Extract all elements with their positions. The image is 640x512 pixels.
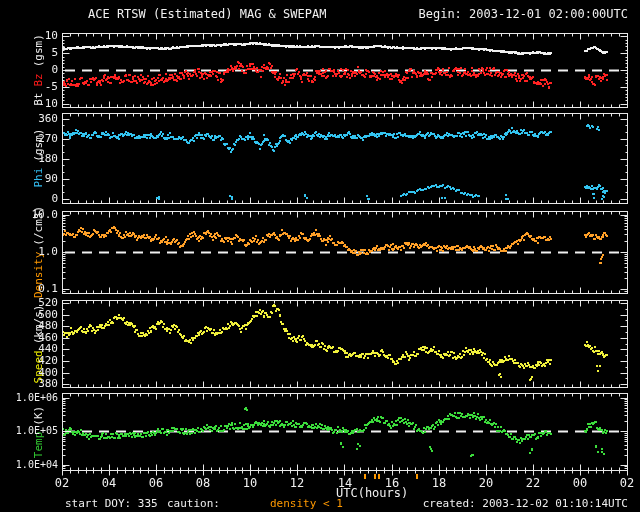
y-tick-label: 1.0E+05 [0, 425, 58, 437]
x-tick-label: 12 [282, 477, 312, 490]
begin-timestamp: Begin: 2003-12-01 02:00:00UTC [418, 7, 628, 21]
y-axis-label-part: (K) [32, 405, 45, 425]
y-tick-label: 0 [0, 193, 58, 205]
y-tick-label: 10 [0, 30, 58, 42]
x-tick-label: 18 [424, 477, 454, 490]
x-tick-label: 00 [565, 477, 595, 490]
page-title: ACE RTSW (Estimated) MAG & SWEPAM [88, 7, 326, 21]
x-tick-label: 02 [47, 477, 77, 490]
ace-rtsw-plot-window: ACE RTSW (Estimated) MAG & SWEPAM Begin:… [0, 0, 640, 512]
y-tick-label: 1.0 [0, 246, 58, 258]
plot-canvas [0, 0, 640, 512]
y-tick-label: 180 [0, 153, 58, 165]
x-tick-label: 08 [188, 477, 218, 490]
x-tick-label: 04 [94, 477, 124, 490]
footer-caution-label: caution: [167, 498, 220, 510]
x-tick-label: 14 [330, 477, 360, 490]
y-tick-label: 0.1 [0, 283, 58, 295]
footer-caution-value: density < 1 [270, 498, 343, 510]
x-tick-label: 10 [235, 477, 265, 490]
y-tick-label: 270 [0, 133, 58, 145]
x-tick-label: 22 [518, 477, 548, 490]
y-tick-label: 5 [0, 47, 58, 59]
footer-start-doy: start DOY: 335 [65, 498, 158, 510]
x-tick-label: 20 [471, 477, 501, 490]
y-tick-label: -10 [0, 98, 58, 110]
x-tick-label: 06 [141, 477, 171, 490]
x-tick-label: 16 [377, 477, 407, 490]
y-tick-label: 0 [0, 64, 58, 76]
y-tick-label: 10.0 [0, 209, 58, 221]
y-tick-label: 90 [0, 173, 58, 185]
y-tick-label: 1.0E+04 [0, 459, 58, 471]
x-tick-label: 02 [612, 477, 640, 490]
y-tick-label: 380 [0, 378, 58, 390]
footer-created-timestamp: created: 2003-12-02 01:10:14UTC [423, 498, 628, 510]
y-tick-label: 1.0E+06 [0, 392, 58, 404]
y-tick-label: -5 [0, 81, 58, 93]
y-tick-label: 360 [0, 113, 58, 125]
